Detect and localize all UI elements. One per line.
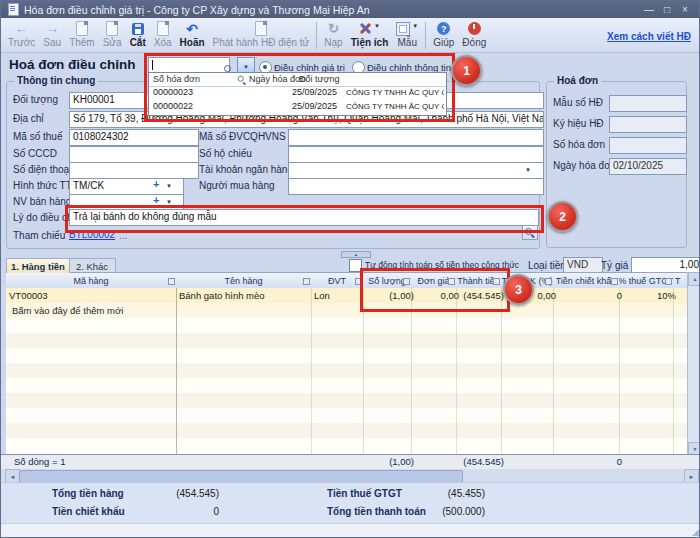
payment-method-label: Hình thức TT — [13, 180, 72, 191]
reference-link[interactable]: BTL00002 — [69, 229, 115, 240]
dropdown-row[interactable]: 00000023 25/09/2025 CÔNG TY TNHH ẮC QUY … — [149, 86, 446, 100]
empty-row[interactable] — [6, 408, 687, 424]
empty-row[interactable] — [6, 438, 687, 455]
row-count: Số dòng = 1 — [11, 455, 69, 469]
undo-button[interactable]: ↶ Hoãn — [176, 20, 209, 48]
adjust-reason-field[interactable]: Trả lại bánh do không đúng mẫu — [69, 209, 539, 226]
bank-account-field[interactable] — [288, 162, 544, 179]
dropdown-header-row: Số hóa đơn Ngày hóa đơn Đối tượng — [149, 73, 446, 87]
horizontal-scrollbar[interactable]: ◄ ► — [1, 469, 700, 482]
reload-button[interactable]: ↻ Nạp — [320, 20, 346, 48]
buyer-field[interactable] — [288, 178, 544, 195]
utilities-button[interactable]: ▼ Tiện ích — [347, 20, 393, 48]
general-info-group-title: Thông tin chung — [14, 75, 98, 86]
pin-icon — [303, 278, 310, 285]
cell-vat-rate: 10% — [619, 288, 679, 303]
save-icon — [132, 23, 144, 35]
budget-unit-code-label: Mã số ĐVCQHVNS — [199, 131, 286, 142]
buyer-label: Người mua hàng — [199, 180, 275, 191]
chevron-down-icon[interactable]: ▼ — [166, 199, 172, 205]
invoice-date-label: Ngày hóa đơn — [553, 160, 616, 171]
empty-row[interactable] — [6, 393, 687, 409]
close-form-button[interactable]: Đóng — [458, 20, 490, 48]
toolbar-separator — [316, 22, 317, 49]
delete-document-icon — [157, 21, 169, 36]
column-divider — [456, 288, 457, 454]
footer-quantity-total: (1,00) — [363, 455, 417, 469]
publish-einvoice-button[interactable]: Phát hành HĐ điện tử — [209, 20, 314, 48]
empty-row[interactable] — [6, 363, 687, 379]
tab-other[interactable]: 2. Khác — [68, 258, 116, 273]
toolbar: ← Trước → Sau Thêm Sửa Cắt Xóa ↶ Hoãn — [1, 18, 699, 53]
text-cursor — [152, 60, 153, 70]
empty-row[interactable] — [6, 378, 687, 394]
passport-field[interactable] — [288, 146, 544, 163]
template-button[interactable]: ▼ Mẫu — [392, 20, 422, 48]
auto-calc-checkbox[interactable] — [349, 259, 362, 272]
invoice-date-field[interactable]: 02/10/2025 — [609, 158, 687, 175]
add-icon[interactable]: + — [153, 178, 159, 190]
column-divider — [363, 288, 364, 454]
how-to-write-invoice-link[interactable]: Xem cách viết HĐ — [607, 31, 691, 42]
citizen-id-label: Số CCCD — [13, 148, 57, 159]
arrow-left-icon: ← — [15, 22, 29, 35]
invoice-number-label: Số hóa đơn — [553, 139, 605, 150]
collapse-splitter-button[interactable]: ▲ — [341, 251, 371, 258]
dropdown-col-partner[interactable]: Đối tượng — [299, 73, 439, 86]
close-button[interactable]: × — [677, 4, 693, 15]
resize-grip-icon[interactable]: ◢ — [692, 527, 699, 537]
empty-row[interactable] — [6, 318, 687, 334]
footer-discount-total: 0 — [553, 455, 625, 469]
tab-items-money[interactable]: 1. Hàng tiền — [6, 258, 70, 273]
invoice-form-label: Mẫu số HĐ — [553, 97, 603, 108]
prev-button[interactable]: ← Trước — [4, 20, 39, 48]
edit-button[interactable]: Sửa — [99, 20, 126, 48]
chevron-down-icon[interactable]: ▼ — [525, 167, 531, 173]
vertical-scrollbar[interactable]: ▲ ▼ — [687, 272, 700, 454]
invoice-dropdown-list: Số hóa đơn Ngày hóa đơn Đối tượng 000000… — [148, 72, 447, 116]
publish-document-icon — [255, 21, 267, 36]
pin-icon — [168, 278, 175, 285]
save-button[interactable]: Cắt — [126, 20, 150, 48]
empty-row[interactable] — [6, 423, 687, 439]
passport-label: Số hộ chiếu — [199, 148, 252, 159]
arrow-right-icon: → — [45, 22, 59, 35]
annotation-circle-3: 3 — [503, 274, 534, 305]
chevron-down-icon: ▼ — [412, 23, 418, 29]
column-divider — [176, 288, 177, 454]
annotation-circle-1: 1 — [451, 55, 482, 86]
phone-field[interactable] — [69, 162, 199, 179]
pin-icon — [665, 278, 672, 285]
add-icon[interactable]: + — [153, 194, 159, 206]
reference-lookup-button[interactable] — [522, 225, 538, 240]
maximize-button[interactable]: □ — [659, 4, 675, 15]
invoice-number-field[interactable] — [609, 137, 687, 154]
salesperson-label: NV bán hàng — [13, 196, 71, 207]
dropdown-row[interactable]: 00000022 25/09/2025 CÔNG TY TNHH ẮC QUY … — [149, 100, 446, 114]
chevron-down-icon[interactable]: ▼ — [166, 183, 172, 189]
empty-row[interactable] — [6, 333, 687, 349]
refresh-icon: ↻ — [328, 22, 339, 35]
page-title: Hoá đơn điều chỉnh — [9, 57, 136, 72]
scroll-up-button[interactable]: ▲ — [688, 272, 700, 286]
title-bar: Hóa đơn điều chỉnh giá trị - Công ty CP … — [1, 1, 699, 18]
dropdown-col-invoice-no[interactable]: Số hóa đơn — [153, 73, 237, 86]
budget-unit-code-field[interactable] — [288, 129, 544, 146]
tax-code-field[interactable]: 0108024302 — [69, 129, 199, 146]
invoice-series-field[interactable] — [609, 116, 687, 133]
delete-button[interactable]: Xóa — [150, 20, 176, 48]
phone-label: Số điện thoại — [13, 164, 71, 175]
column-divider — [673, 288, 674, 454]
minimize-button[interactable]: — — [641, 4, 657, 15]
cell-quantity: (1,00) — [363, 288, 417, 303]
add-new-row[interactable]: Bấm vào đây để thêm mới — [6, 303, 699, 319]
empty-row[interactable] — [6, 348, 687, 364]
citizen-id-field[interactable] — [69, 146, 199, 163]
help-icon: ? — [437, 22, 450, 35]
next-button[interactable]: → Sau — [39, 20, 65, 48]
add-button[interactable]: Thêm — [65, 20, 99, 48]
invoice-form-field[interactable] — [609, 95, 687, 112]
help-button[interactable]: ? Giúp — [429, 20, 458, 48]
customer-label: Đối tượng — [13, 94, 58, 105]
cell-unit-price: 0,00 — [411, 288, 462, 303]
